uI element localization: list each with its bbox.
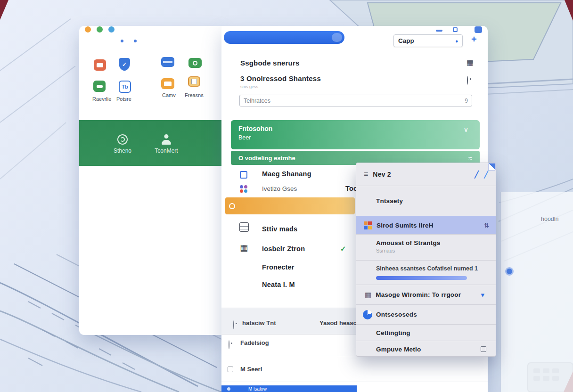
popup-row[interactable]: Sinheea ssantses Cofatisel numed 1 (356, 260, 496, 285)
card-icon[interactable] (161, 57, 174, 67)
card-glyph (163, 61, 172, 63)
maximize-icon[interactable] (453, 27, 458, 32)
toolbar-label[interactable]: Raevrlie (92, 96, 111, 102)
square-outline-icon (240, 171, 247, 179)
popup-row[interactable]: Amousst of Strantgs Ssrnaus (356, 234, 496, 260)
target-ring-icon (117, 134, 128, 145)
green-banner[interactable]: Fntosohon Beer ∨ (231, 120, 480, 149)
tb-app-icon[interactable]: Tb (119, 81, 131, 93)
cash-icon[interactable] (188, 58, 202, 68)
dropdown-spinner-icon: ♦ (455, 38, 458, 44)
document-icon (228, 367, 233, 372)
app-grid-icon (239, 222, 249, 232)
chat-icon[interactable] (93, 81, 106, 92)
context-popup: ≡ Nev 2 ╱ ╱ Tntssety Sirod Sumits lireH … (356, 163, 496, 357)
chevron-down-icon: ∨ (464, 126, 468, 133)
desktop-background: hoodln ✓ Tb Raevrlie Potsre Camv Freasns… (0, 0, 573, 392)
banner-subtitle: Beer (238, 134, 472, 141)
popup-row-label: Ontsesoseds (376, 311, 417, 318)
mail-icon[interactable] (94, 59, 106, 71)
wave-icon: ≈ (468, 154, 472, 162)
bottom-row[interactable]: M Seerl (240, 366, 262, 373)
popup-row[interactable]: Cetlingting (356, 324, 496, 341)
bottom-highlight-bar[interactable]: M lsalow (221, 385, 357, 392)
popup-row[interactable]: Ontsesoseds (356, 304, 496, 324)
minimize-window-button[interactable] (97, 26, 103, 33)
footer-left-text[interactable]: hatsciw Tnt (242, 319, 276, 327)
list-item[interactable]: Neata I. M (262, 281, 295, 288)
popup-row[interactable]: Gmpuve Metio (356, 341, 496, 357)
page-title: Ssgbode snerurs (240, 59, 300, 67)
list-item[interactable]: Sttiv mads (262, 225, 297, 233)
popup-row[interactable]: Tntssety (356, 186, 496, 216)
yellow-banner[interactable] (225, 197, 355, 214)
close-window-button[interactable] (85, 26, 91, 33)
titlebar-search-pill[interactable] (224, 31, 344, 44)
calendar-icon: ▦ (240, 244, 248, 252)
add-icon[interactable]: + (471, 34, 477, 45)
banner-title: Fntosohon (238, 125, 472, 132)
popup-row-label: Cetlingting (376, 329, 410, 336)
cash-glyph (193, 61, 197, 65)
sidebar-item-tconmert[interactable]: TconMert (145, 134, 188, 154)
pen-icon[interactable]: ╱ (484, 171, 488, 178)
dropdown-value: Capp (398, 37, 455, 44)
window-menu-icon[interactable] (475, 26, 482, 33)
bottom-bar-label: M lsalow (248, 386, 267, 392)
bullet-ring-icon (229, 340, 229, 349)
progress-bar (376, 276, 467, 280)
envelope-glyph (164, 82, 172, 86)
person-icon (162, 134, 171, 145)
envelope-icon[interactable] (161, 78, 174, 89)
list-item[interactable]: Iosbelr Ztron (262, 245, 305, 253)
hamburger-icon[interactable]: ≡ (364, 170, 368, 179)
four-dots-icon (240, 185, 247, 193)
clock-icon[interactable] (467, 76, 468, 85)
footer-right-text[interactable]: Yasod heasc (319, 319, 360, 327)
bottom-row[interactable]: Fadelsiog (240, 339, 269, 346)
sidebar-item-stheno[interactable]: Stheno (101, 134, 144, 154)
tab-dot-icon (121, 40, 123, 42)
notification-dot (505, 267, 514, 276)
documents-icon[interactable] (188, 76, 200, 87)
banner2-label: O vodteling estmhe (238, 155, 468, 162)
pencil-icon[interactable]: ╱ (475, 171, 478, 178)
minimize-icon[interactable] (436, 30, 442, 32)
capp-dropdown[interactable]: Capp ♦ (393, 34, 463, 47)
list-item[interactable]: Fronecter (262, 263, 295, 271)
popup-row-label: Sinheea ssantses Cofatisel numed 1 (376, 265, 496, 272)
titlebar-divider (221, 53, 488, 53)
popup-row-label: Masoge Wlromin: To rrgoor (376, 291, 481, 298)
search-input[interactable] (244, 98, 465, 104)
chat-glyph (97, 85, 103, 88)
pie-circle-icon (363, 310, 372, 319)
popup-header: ≡ Nev 2 ╱ ╱ (356, 163, 496, 186)
page-subnote: sms gess (240, 84, 258, 89)
toolbar-label[interactable]: Camv (162, 92, 176, 98)
pill-highlight (332, 33, 342, 42)
ring-icon (229, 203, 235, 209)
tb-badge-label: Tb (122, 84, 128, 90)
popup-row[interactable]: ▦ Masoge Wlromin: To rrgoor ▾ (356, 285, 496, 304)
popup-row-label: Gmpuve Metio (376, 346, 481, 353)
grid-icon[interactable]: ▦ (467, 59, 474, 66)
shield-icon[interactable]: ✓ (119, 58, 130, 71)
folded-corner-icon[interactable] (488, 163, 496, 171)
zoom-window-button[interactable] (108, 26, 115, 33)
tab-dot-icon (134, 40, 137, 42)
popup-row-label: Tntssety (376, 197, 403, 204)
copy-icon[interactable] (481, 346, 486, 352)
search-field-wrap: 9 (239, 95, 472, 106)
sidebar-green-panel: Stheno TconMert (79, 120, 221, 166)
multi-square-icon (364, 221, 372, 229)
popup-row-label: Amousst of Strantgs (376, 239, 496, 246)
popup-row-selected[interactable]: Sirod Sumits lireH ⇅ (356, 216, 496, 234)
sort-updown-icon[interactable]: ⇅ (484, 222, 489, 229)
list-item[interactable]: Ivetlzo Gses (262, 185, 297, 192)
caret-down-icon[interactable]: ▾ (481, 291, 484, 299)
page-subtitle: 3 Onolressod Shantess (240, 74, 321, 82)
popup-row-sub: Ssrnaus (376, 248, 496, 253)
toolbar-label[interactable]: Potsre (116, 96, 131, 102)
toolbar-label[interactable]: Freasns (185, 92, 204, 98)
list-item[interactable]: Maeg Shanang (262, 170, 311, 178)
